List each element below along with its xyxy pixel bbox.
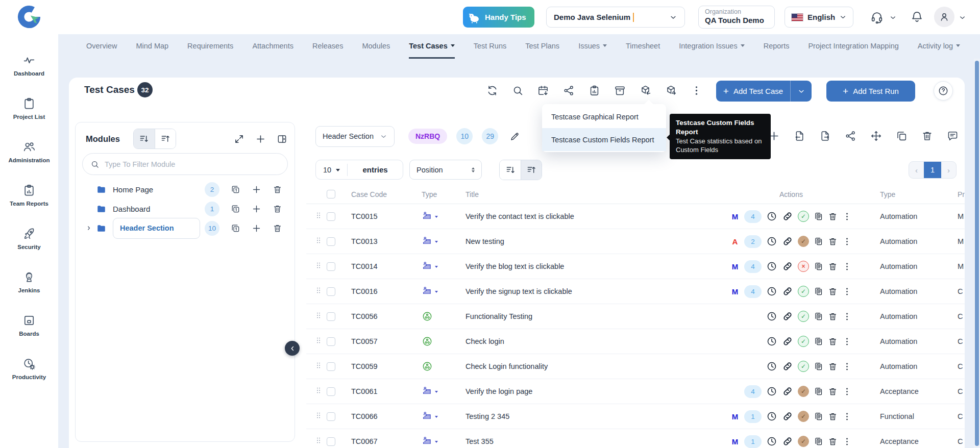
status-pending-icon[interactable]: ✓ xyxy=(798,236,809,247)
module-select[interactable]: Header Section xyxy=(315,126,395,147)
chevron-down-icon[interactable] xyxy=(959,14,966,21)
delete-case-button[interactable] xyxy=(828,412,838,421)
share-button[interactable] xyxy=(563,85,575,96)
sidebar-item-jenkins[interactable]: Jenkins xyxy=(0,260,58,304)
tab-releases[interactable]: Releases xyxy=(312,34,343,59)
row-checkbox[interactable] xyxy=(327,287,335,296)
copy-button[interactable] xyxy=(896,130,908,142)
drag-handle[interactable] xyxy=(314,210,323,220)
tab-timesheet[interactable]: Timesheet xyxy=(626,34,660,59)
history-button[interactable] xyxy=(766,286,777,297)
case-title[interactable]: Verify the signup text is clickable xyxy=(448,287,715,295)
copy-case-button[interactable] xyxy=(814,337,823,346)
refresh-button[interactable] xyxy=(486,85,498,96)
chevron-right-icon[interactable] xyxy=(86,225,92,231)
row-checkbox[interactable] xyxy=(327,362,335,371)
history-button[interactable] xyxy=(766,311,777,322)
status-pending-icon[interactable]: ✓ xyxy=(798,436,809,447)
collapse-panel-button[interactable] xyxy=(277,134,287,144)
history-button[interactable] xyxy=(766,386,777,397)
tab-mind-map[interactable]: Mind Map xyxy=(136,34,168,59)
tab-project-integration-mapping[interactable]: Project Integration Mapping xyxy=(808,34,898,59)
tab-integration-issues[interactable]: Integration Issues xyxy=(679,34,744,59)
per-page-select[interactable]: 10 xyxy=(316,166,347,174)
case-title[interactable]: Check login xyxy=(448,337,715,345)
case-type-select[interactable] xyxy=(422,236,438,247)
delete-module-button[interactable] xyxy=(273,185,282,194)
row-checkbox[interactable] xyxy=(327,212,335,221)
link-issue-button[interactable] xyxy=(782,261,793,272)
history-button[interactable] xyxy=(766,361,777,372)
copy-case-button[interactable] xyxy=(814,362,823,371)
case-type-select[interactable] xyxy=(422,286,438,297)
copy-case-button[interactable] xyxy=(814,387,823,396)
copy-case-button[interactable] xyxy=(814,412,823,421)
drag-handle[interactable] xyxy=(314,410,323,420)
add-test-run-button[interactable]: + Add Test Run xyxy=(826,81,915,102)
tab-test-runs[interactable]: Test Runs xyxy=(474,34,506,59)
case-type-select[interactable] xyxy=(422,361,433,372)
chevron-down-icon[interactable] xyxy=(889,14,897,21)
case-type-select[interactable] xyxy=(422,336,433,347)
copy-case-button[interactable] xyxy=(814,262,823,271)
handy-tips-button[interactable]: Handy Tips xyxy=(463,7,534,28)
tab-requirements[interactable]: Requirements xyxy=(187,34,233,59)
row-checkbox[interactable] xyxy=(327,312,335,321)
case-title[interactable]: Test 355 xyxy=(448,437,715,445)
copy-case-button[interactable] xyxy=(814,287,823,296)
delete-case-button[interactable] xyxy=(828,337,838,346)
qatouch-logo[interactable] xyxy=(17,5,41,29)
order-by-select[interactable]: Position xyxy=(409,160,482,180)
sidebar-item-dashboard[interactable]: Dashboard xyxy=(0,43,58,87)
sidebar-item-productivity[interactable]: Productivity xyxy=(0,347,58,390)
cube-import-button[interactable] xyxy=(640,85,651,96)
sidebar-item-project-list[interactable]: Project List xyxy=(0,87,58,130)
drag-handle[interactable] xyxy=(314,385,323,395)
case-type-select[interactable] xyxy=(422,261,438,272)
link-issue-button[interactable] xyxy=(782,336,793,347)
delete-module-button[interactable] xyxy=(273,204,282,214)
avatar[interactable] xyxy=(934,7,954,27)
copy-case-button[interactable] xyxy=(814,237,823,246)
case-title[interactable]: Verify the contact text is clickable xyxy=(448,212,715,220)
case-title[interactable]: Testing 2 345 xyxy=(448,412,715,420)
tab-overview[interactable]: Overview xyxy=(86,34,117,59)
more-actions-button[interactable] xyxy=(842,387,852,396)
drag-handle[interactable] xyxy=(314,435,323,445)
more-actions-button[interactable] xyxy=(842,312,852,321)
more-actions-button[interactable] xyxy=(842,287,852,296)
status-pending-icon[interactable]: ✓ xyxy=(798,386,809,397)
archive-button[interactable] xyxy=(614,85,626,96)
delete-case-button[interactable] xyxy=(828,262,838,271)
drag-handle[interactable] xyxy=(314,260,323,270)
add-submodule-button[interactable] xyxy=(252,204,261,214)
kebab-button[interactable] xyxy=(691,85,702,96)
delete-case-button[interactable] xyxy=(828,312,838,321)
delete-module-button[interactable] xyxy=(273,223,282,233)
menu-item-testcase-graphical-report[interactable]: Testcase Graphical Report xyxy=(542,105,666,128)
file-import-button[interactable] xyxy=(794,130,805,142)
link-issue-button[interactable] xyxy=(782,386,793,397)
tab-modules[interactable]: Modules xyxy=(362,34,390,59)
tab-reports[interactable]: Reports xyxy=(764,34,790,59)
delete-case-button[interactable] xyxy=(828,212,838,221)
organization-box[interactable]: Organization QA Touch Demo xyxy=(698,6,775,29)
sidebar-item-administration[interactable]: Administration xyxy=(0,130,58,173)
help-button[interactable] xyxy=(934,81,953,101)
history-button[interactable] xyxy=(766,436,777,447)
history-button[interactable] xyxy=(766,261,777,272)
drag-handle[interactable] xyxy=(314,285,323,295)
module-item-dashboard[interactable]: Dashboard1 xyxy=(76,199,295,218)
status-pending-icon[interactable]: ✓ xyxy=(798,411,809,422)
row-checkbox[interactable] xyxy=(327,337,335,346)
history-button[interactable] xyxy=(766,411,777,422)
case-title[interactable]: Functionality Testing xyxy=(448,312,715,320)
history-button[interactable] xyxy=(766,236,777,247)
link-issue-button[interactable] xyxy=(782,361,793,372)
more-actions-button[interactable] xyxy=(842,437,852,446)
case-title[interactable]: Check Login functionality xyxy=(448,362,715,370)
sort-ascending-button[interactable] xyxy=(521,160,542,180)
duplicate-module-button[interactable] xyxy=(231,223,240,233)
edit-module-button[interactable] xyxy=(509,131,520,142)
link-issue-button[interactable] xyxy=(782,311,793,322)
